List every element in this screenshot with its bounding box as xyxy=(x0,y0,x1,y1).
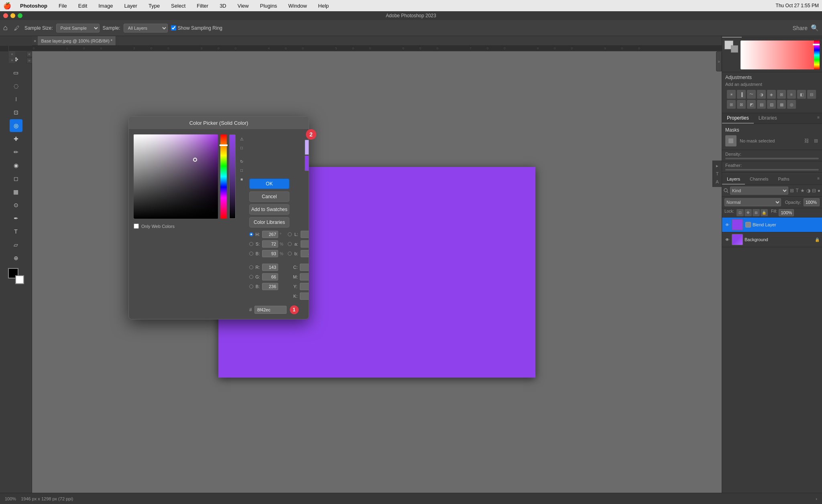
quick-select-tool-btn[interactable]: ⁞ xyxy=(10,93,22,106)
bright-input[interactable] xyxy=(262,250,278,257)
menu-help[interactable]: Help xyxy=(316,2,332,10)
document-tab[interactable]: Base layer.jpeg @ 100% (RGB/8#) * xyxy=(38,36,116,45)
dodge-tool-btn[interactable]: ⊙ xyxy=(10,199,22,211)
eraser-tool-btn[interactable]: ◻ xyxy=(10,172,22,185)
hue-sat-icon[interactable]: ⊞ xyxy=(777,90,786,99)
tools-expand-top[interactable]: » xyxy=(9,57,15,63)
attr-icon[interactable]: ⊟ xyxy=(812,188,816,193)
color-gradient-display[interactable] xyxy=(741,41,820,69)
tab-libraries[interactable]: Libraries xyxy=(754,113,782,124)
green-radio[interactable] xyxy=(249,275,253,279)
brush-tool-btn[interactable]: ✏ xyxy=(10,146,22,159)
sample-size-select[interactable]: Point Sample 3 by 3 Average 5 by 5 Avera… xyxy=(56,24,100,33)
menu-photoshop[interactable]: Photoshop xyxy=(18,2,50,10)
eyedropper-tool-icon[interactable]: 🖊 xyxy=(14,25,20,31)
color-filter-icon[interactable]: ● xyxy=(818,188,820,193)
pen-tool-btn[interactable]: ✒ xyxy=(10,212,22,225)
mask-pixel-icon[interactable] xyxy=(725,135,737,146)
red-radio[interactable] xyxy=(249,265,253,269)
sat-input[interactable] xyxy=(262,240,278,248)
lock-artboards-btn[interactable]: ⊞ xyxy=(753,209,760,216)
brightness-contrast-icon[interactable]: ☀ xyxy=(727,90,736,99)
layer-item-blend[interactable]: 👁 Blend Layer xyxy=(722,217,822,232)
adjust-layers-icon[interactable]: A xyxy=(714,178,721,185)
mask-filter-icon[interactable]: ⊞ xyxy=(814,138,818,144)
menu-view[interactable]: View xyxy=(235,2,251,10)
color-libraries-button[interactable]: Color Libraries xyxy=(249,217,289,228)
apple-menu[interactable]: 🍎 xyxy=(3,2,11,10)
color-balance-icon[interactable]: ≡ xyxy=(787,90,796,99)
photo-filter-icon[interactable]: ⊟ xyxy=(807,90,816,99)
red-input[interactable] xyxy=(262,264,278,271)
lock-pixels-btn[interactable]: ⊡ xyxy=(737,209,744,216)
sample-select[interactable]: All Layers Current Layer xyxy=(124,24,168,33)
tab-channels[interactable]: Channels xyxy=(745,174,773,185)
tab-paths[interactable]: Paths xyxy=(773,174,794,185)
density-slider[interactable] xyxy=(725,158,819,159)
threshold-icon[interactable]: ▧ xyxy=(767,100,776,109)
add-to-swatches-button[interactable]: Add to Swatches xyxy=(249,204,289,215)
menu-filter[interactable]: Filter xyxy=(194,2,211,10)
ok-button[interactable]: OK xyxy=(249,179,289,189)
C-input[interactable] xyxy=(300,264,309,271)
maximize-button[interactable] xyxy=(18,13,22,18)
tab-layers[interactable]: Layers xyxy=(722,174,745,185)
sat-radio[interactable] xyxy=(249,242,253,246)
new-color-swatch[interactable] xyxy=(305,140,309,155)
picker-box-icon[interactable]: □ xyxy=(238,167,245,174)
background-color[interactable] xyxy=(15,275,24,284)
mask-link-icon[interactable]: ⛓ xyxy=(804,138,809,144)
invert-icon[interactable]: ◩ xyxy=(747,100,756,109)
crop-tool-btn[interactable]: ⊡ xyxy=(10,106,22,119)
gradient-tool-btn[interactable]: ▦ xyxy=(10,185,22,198)
levels-icon[interactable]: ▐ xyxy=(737,90,746,99)
clone-stamp-btn[interactable]: ◉ xyxy=(10,159,22,172)
status-arrow[interactable]: › xyxy=(816,496,817,501)
M-input[interactable] xyxy=(300,273,309,280)
layer-item-background[interactable]: 👁 Background 🔒 xyxy=(722,232,822,247)
effect-icon[interactable]: ★ xyxy=(800,188,805,193)
curves-icon[interactable]: 〜 xyxy=(747,90,756,99)
menu-type[interactable]: Type xyxy=(146,2,162,10)
type-icon[interactable]: T xyxy=(796,188,798,193)
bg-mini-swatch[interactable] xyxy=(731,45,738,53)
blend-mode-select[interactable]: Normal xyxy=(724,198,781,206)
close-tab-icon[interactable]: × xyxy=(32,39,38,43)
blue-input[interactable] xyxy=(262,283,278,290)
text-tool-btn[interactable]: T xyxy=(10,225,22,238)
bw-icon[interactable]: ◧ xyxy=(797,90,806,99)
hue-strip[interactable] xyxy=(220,134,227,219)
color-field-wrapper[interactable] xyxy=(134,134,218,219)
a-input[interactable] xyxy=(301,240,309,248)
opacity-strip[interactable] xyxy=(229,134,236,219)
picker-refresh-icon[interactable]: ↻ xyxy=(238,158,245,165)
current-color-swatch[interactable] xyxy=(305,156,309,171)
layers-panel-menu[interactable]: ≡ xyxy=(815,174,822,185)
search-icon[interactable]: 🔍 xyxy=(811,24,819,32)
a-radio[interactable] xyxy=(288,242,292,246)
color-field[interactable] xyxy=(134,134,218,219)
home-icon[interactable]: ⌂ xyxy=(3,24,8,32)
marquee-tool-btn[interactable]: ▭ xyxy=(10,66,22,79)
panel-expand-btn[interactable]: » xyxy=(26,58,32,63)
tools-collapse-top[interactable]: « xyxy=(9,51,15,57)
healing-tool-btn[interactable]: ✚ xyxy=(10,132,22,145)
menu-layer[interactable]: Layer xyxy=(122,2,140,10)
hue-input[interactable] xyxy=(262,231,278,238)
menu-file[interactable]: File xyxy=(56,2,69,10)
tab-properties[interactable]: Properties xyxy=(722,113,754,124)
selective-color-icon[interactable]: ◎ xyxy=(787,100,796,109)
layer-eye-background[interactable]: 👁 xyxy=(724,237,730,242)
layer-eye-blend[interactable]: 👁 xyxy=(724,222,730,228)
show-sampling-ring-checkbox[interactable] xyxy=(171,25,176,30)
close-button[interactable] xyxy=(3,13,8,18)
b-radio[interactable] xyxy=(288,252,292,256)
hue-radio[interactable] xyxy=(249,232,253,236)
lock-move-btn[interactable]: ✥ xyxy=(745,209,752,216)
b-input[interactable] xyxy=(301,250,309,257)
eyedropper-tool-btn[interactable]: ◎ xyxy=(10,119,22,132)
layer-mask-blend[interactable] xyxy=(745,222,751,228)
hex-input[interactable] xyxy=(254,306,287,314)
Y-input[interactable] xyxy=(300,283,309,290)
picker-box2-icon[interactable]: ■ xyxy=(238,175,245,183)
